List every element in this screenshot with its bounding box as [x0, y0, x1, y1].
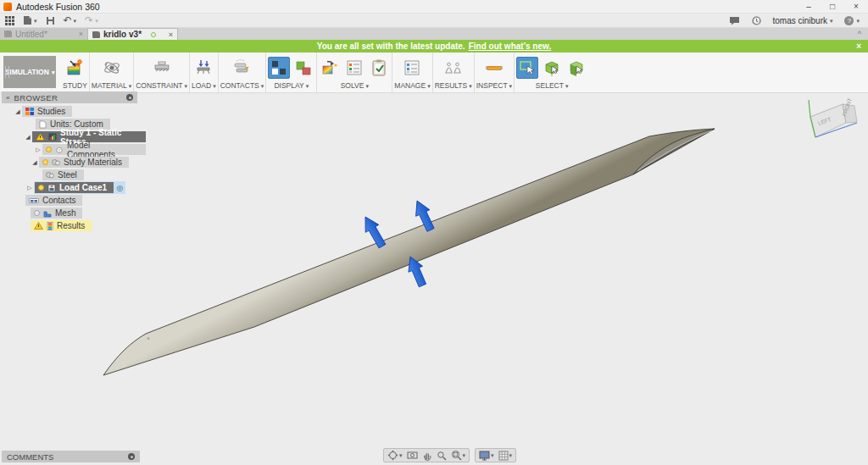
results-button[interactable] [442, 57, 465, 79]
solve-button[interactable] [319, 57, 341, 79]
tab-label: kridlo v3* [103, 30, 142, 39]
browser-panel: « BROWSER ◢ Studies Units: Custom ◢ [2, 91, 146, 231]
inspect-button[interactable] [483, 57, 505, 79]
expander-icon[interactable]: ◢ [14, 108, 22, 115]
display-settings-button[interactable]: ▾ [479, 451, 494, 461]
select-body-button[interactable] [541, 57, 563, 79]
help-caret: ▾ [856, 18, 860, 24]
group-caret[interactable]: ▾ [469, 83, 472, 89]
static-stress-icon [48, 133, 57, 141]
app-launcher-icon[interactable] [5, 16, 14, 25]
workspace-caret: ▾ [52, 69, 55, 75]
group-caret[interactable]: ▾ [565, 83, 569, 89]
collapse-toolbar-icon[interactable]: ^ [858, 30, 861, 38]
solve-details-button[interactable] [343, 57, 365, 79]
group-caret[interactable]: ▾ [184, 83, 187, 89]
group-caret[interactable]: ▾ [306, 83, 309, 89]
group-caret[interactable]: ▾ [261, 83, 264, 89]
group-label: CONSTRAINT [136, 81, 182, 90]
tree-item-contacts[interactable]: Contacts [2, 195, 146, 206]
tree-item-studies[interactable]: ◢ Studies [2, 106, 146, 117]
maximize-button[interactable]: □ [821, 0, 844, 14]
panel-options-icon[interactable] [126, 94, 133, 101]
browser-header[interactable]: « BROWSER [2, 91, 137, 103]
zoom-window-button[interactable]: ▾ [451, 450, 466, 461]
undo-caret: ▾ [74, 18, 77, 24]
zoom-window-caret[interactable]: ▾ [463, 452, 466, 458]
precheck-button[interactable] [368, 57, 390, 79]
tree-item-mesh[interactable]: Mesh [2, 208, 146, 219]
mesh-icon [43, 209, 52, 218]
grid-layout-button[interactable]: ▾ [498, 451, 513, 461]
visibility-bulb-icon[interactable] [46, 147, 52, 152]
look-at-button[interactable] [407, 451, 418, 460]
group-caret[interactable]: ▾ [213, 83, 216, 89]
banner-link[interactable]: Find out what's new. [469, 42, 552, 51]
group-caret[interactable]: ▾ [509, 83, 513, 89]
workspace-switcher[interactable]: SIMULATION ▾ [3, 56, 56, 88]
visibility-bulb-icon[interactable] [34, 210, 40, 216]
save-button[interactable] [46, 16, 55, 25]
expander-icon[interactable]: ▷ [25, 185, 34, 191]
tree-item-results[interactable]: Results [2, 220, 146, 231]
manage-icon [403, 58, 421, 77]
expander-icon[interactable]: ◢ [24, 134, 32, 141]
wing-body[interactable] [103, 129, 715, 375]
viewport-canvas[interactable]: LEFT FRONT « BROWSER ◢ Studies Units: Cu… [0, 93, 868, 465]
file-menu-caret: ▾ [34, 18, 37, 24]
contacts-button[interactable] [231, 57, 253, 79]
constraint-button[interactable] [151, 57, 173, 79]
user-account-button[interactable]: tomas ciniburk ▾ [773, 16, 833, 25]
tree-item-load-case1[interactable]: ▷ Load Case1 ◎ [2, 182, 146, 193]
group-label: MANAGE [394, 81, 426, 90]
group-caret[interactable]: ▾ [129, 83, 132, 89]
tab-close-icon[interactable]: × [169, 30, 173, 39]
comments-panel[interactable]: COMMENTS [2, 451, 140, 462]
tree-label: Mesh [55, 208, 75, 218]
tree-item-steel[interactable]: Steel [2, 169, 146, 180]
zoom-window-icon [451, 450, 462, 461]
studies-icon [25, 108, 34, 115]
feedback-icon[interactable] [729, 16, 740, 25]
minimize-button[interactable]: – [797, 0, 821, 14]
view-cube[interactable]: LEFT FRONT [798, 97, 863, 151]
new-study-button[interactable] [64, 57, 86, 79]
help-button[interactable]: ? ▾ [844, 16, 860, 25]
select-window-button[interactable] [516, 57, 538, 79]
tab-kridlo-v3[interactable]: kridlo v3* × [88, 28, 178, 40]
nav-tools-segment: ▾ ▾ [383, 448, 470, 462]
panel-options-icon[interactable] [128, 453, 135, 460]
expander-icon[interactable]: ▷ [34, 147, 42, 153]
orbit-caret[interactable]: ▾ [399, 452, 403, 458]
redo-button[interactable]: ↷ ▾ [85, 14, 98, 26]
active-load-case-icon[interactable]: ◎ [116, 184, 123, 192]
orbit-button[interactable]: ▾ [387, 450, 403, 461]
select-face-button[interactable] [565, 57, 587, 79]
manage-button[interactable] [401, 57, 423, 79]
visibility-bulb-icon[interactable] [42, 159, 48, 165]
visibility-bulb-icon[interactable] [38, 185, 44, 191]
pan-button[interactable] [422, 451, 432, 461]
group-caret[interactable]: ▾ [427, 83, 431, 89]
job-status-icon[interactable] [752, 16, 761, 25]
tree-item-model-components[interactable]: ▷ Model Components [2, 144, 146, 155]
display-contrast-button[interactable] [268, 57, 290, 79]
banner-close-icon[interactable]: × [856, 40, 861, 53]
close-button[interactable]: × [844, 0, 868, 14]
tree-item-study-materials[interactable]: ◢ Study Materials [2, 157, 146, 168]
zoom-button[interactable] [437, 451, 447, 461]
display-settings-caret[interactable]: ▾ [491, 452, 494, 458]
tab-untitled[interactable]: Untitled* × [0, 28, 88, 40]
tree-label: Steel [58, 170, 77, 180]
display-compare-button[interactable] [292, 57, 314, 79]
group-label: CONTACTS [220, 81, 259, 90]
expander-icon[interactable]: ◢ [31, 159, 39, 166]
load-button[interactable] [192, 57, 214, 79]
grid-layout-caret[interactable]: ▾ [509, 452, 513, 458]
group-caret[interactable]: ▾ [365, 83, 369, 89]
file-menu-button[interactable]: ▾ [23, 15, 37, 25]
undo-button[interactable]: ↶ ▾ [64, 14, 77, 26]
tab-close-icon[interactable]: × [79, 30, 83, 38]
material-button[interactable] [101, 57, 123, 79]
collapse-panel-icon[interactable]: « [6, 94, 9, 102]
